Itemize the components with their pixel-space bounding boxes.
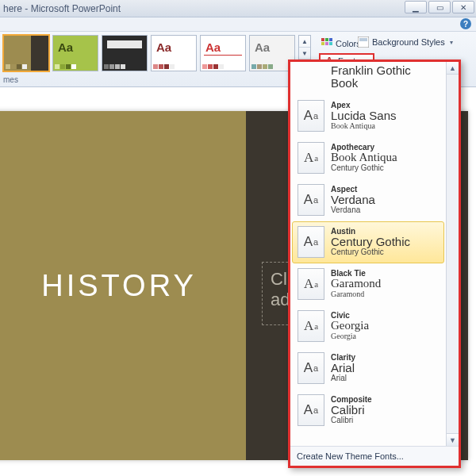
font-scheme-name: Austin [331, 227, 410, 236]
close-button[interactable]: ✕ [452, 1, 474, 13]
minimize-button[interactable]: ▁ [405, 1, 427, 13]
font-scheme-item[interactable]: AaAustinCentury GothicCentury Gothic [292, 221, 444, 263]
svg-rect-1 [325, 38, 328, 41]
font-scheme-name: Apex [331, 101, 397, 109]
theme-thumb[interactable] [102, 35, 148, 71]
slide-title[interactable]: HISTORY [41, 269, 197, 303]
background-styles-label: Background Styles [372, 37, 445, 47]
fonts-dropdown: AaFranklin Gothic BookAaApexLucida SansB… [288, 60, 461, 468]
scrollbar[interactable]: ▲ ▼ [446, 62, 459, 446]
svg-rect-5 [329, 42, 332, 45]
scroll-down-icon[interactable]: ▼ [447, 433, 459, 446]
font-scheme-text: AspectVerdanaVerdana [331, 184, 375, 216]
font-scheme-body: Century Gothic [331, 163, 397, 172]
font-scheme-item[interactable]: AaCivicGeorgiaGeorgia [290, 305, 446, 347]
font-scheme-text: CivicGeorgiaGeorgia [331, 310, 369, 342]
chevron-down-icon: ▾ [450, 39, 453, 46]
font-sample-icon: Aa [298, 184, 324, 216]
font-scheme-body: Verdana [331, 205, 375, 214]
font-scheme-heading: Calibri [331, 404, 372, 416]
theme-thumb[interactable]: Aa [200, 35, 246, 71]
font-sample-icon: Aa [298, 268, 324, 300]
font-scheme-body: Arial [331, 374, 355, 382]
font-scheme-heading: Book Antiqua [331, 152, 397, 164]
theme-thumb[interactable] [3, 35, 49, 71]
font-scheme-item[interactable]: AaFranklin Gothic Book [290, 62, 446, 95]
background-styles-button[interactable]: Background Styles ▾ [355, 35, 459, 49]
font-scheme-item[interactable]: AaBlack TieGaramondGaramond [290, 263, 446, 305]
chevron-down-icon[interactable]: ▼ [299, 48, 310, 60]
background-group: Background Styles ▾ [355, 35, 459, 49]
font-scheme-heading: Century Gothic [331, 236, 410, 248]
font-scheme-text: ClarityArialArial [331, 352, 355, 384]
svg-rect-2 [329, 38, 332, 41]
font-scheme-name: Aspect [331, 185, 375, 194]
font-scheme-heading: Lucida Sans [331, 109, 397, 122]
font-sample-icon: Aa [298, 142, 324, 174]
font-scheme-heading: Franklin Gothic Book [331, 64, 439, 90]
svg-rect-7 [359, 38, 367, 41]
title-bar: here - Microsoft PowerPoint ▁ ▭ ✕ [0, 0, 476, 17]
font-sample-icon: Aa [298, 100, 324, 132]
font-scheme-name: Clarity [331, 353, 355, 362]
create-theme-fonts-label: Create New Theme Fonts... [297, 451, 404, 461]
font-scheme-heading: Garamond [331, 278, 381, 290]
slide-title-panel: HISTORY [0, 111, 246, 460]
font-scheme-heading: Georgia [331, 320, 369, 332]
window-controls: ▁ ▭ ✕ [405, 1, 474, 13]
scroll-up-icon[interactable]: ▲ [447, 62, 459, 75]
maximize-button[interactable]: ▭ [428, 1, 451, 13]
colors-icon [321, 38, 332, 49]
font-scheme-text: AustinCentury GothicCentury Gothic [331, 226, 410, 258]
background-icon [358, 36, 369, 48]
svg-rect-4 [325, 42, 328, 45]
ribbon-group-label: mes [0, 75, 18, 86]
font-scheme-item[interactable]: AaApothecaryBook AntiquaCentury Gothic [290, 137, 446, 179]
theme-thumb[interactable]: Aa [151, 35, 197, 71]
font-scheme-item[interactable]: AaCompositeCalibriCalibri [290, 390, 446, 432]
svg-rect-3 [321, 42, 324, 45]
chevron-up-icon[interactable]: ▲ [299, 36, 310, 48]
font-scheme-body: Calibri [331, 416, 372, 424]
font-scheme-text: Franklin Gothic Book [331, 64, 439, 90]
help-row: ? [0, 17, 476, 32]
font-scheme-item[interactable]: AaClarityArialArial [290, 347, 446, 390]
theme-gallery[interactable]: Aa Aa Aa Aa ▲ ▼ ≡ [3, 35, 311, 76]
font-scheme-heading: Verdana [331, 194, 375, 206]
font-scheme-body: Century Gothic [331, 248, 410, 256]
font-sample-icon: Aa [298, 310, 324, 342]
font-scheme-item[interactable]: AaApexLucida SansBook Antiqua [290, 95, 446, 137]
font-scheme-name: Composite [331, 395, 372, 404]
create-theme-fonts[interactable]: Create New Theme Fonts... [290, 446, 459, 466]
font-scheme-name: Apothecary [331, 143, 397, 152]
app-title: here - Microsoft PowerPoint [3, 3, 121, 14]
font-scheme-item[interactable]: AaAspectVerdanaVerdana [290, 179, 446, 221]
svg-rect-0 [321, 38, 324, 41]
font-scheme-text: ApothecaryBook AntiquaCentury Gothic [331, 142, 397, 174]
font-sample-icon: Aa [298, 394, 324, 426]
font-scheme-body: Garamond [331, 290, 381, 298]
font-scheme-body: Book Antiqua [331, 121, 397, 130]
font-scheme-text: Black TieGaramondGaramond [331, 268, 381, 300]
font-scheme-text: CompositeCalibriCalibri [331, 394, 372, 426]
help-icon[interactable]: ? [460, 18, 471, 29]
font-scheme-text: ApexLucida SansBook Antiqua [331, 100, 397, 132]
font-scheme-heading: Arial [331, 362, 355, 374]
font-scheme-name: Civic [331, 311, 369, 320]
font-sample-icon: Aa [298, 352, 324, 384]
theme-thumb[interactable]: Aa [52, 35, 98, 71]
font-sample-icon: Aa [298, 226, 324, 258]
font-scheme-body: Georgia [331, 332, 369, 340]
font-scheme-name: Black Tie [331, 269, 381, 278]
